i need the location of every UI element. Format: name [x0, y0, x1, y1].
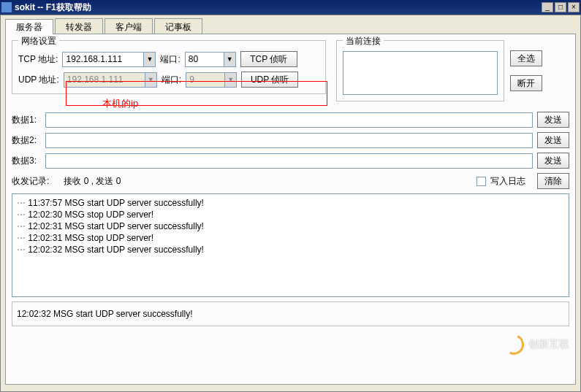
tab-forwarder[interactable]: 转发器: [55, 18, 103, 34]
group-network: 网络设置 TCP 地址: 192.168.1.111 ▼ 端口: 80 ▼ TC…: [12, 40, 326, 94]
log-line: ⋯ 11:37:57 MSG start UDP server successf…: [17, 197, 564, 209]
udp-addr-value: 192.168.1.111: [64, 74, 145, 85]
tcp-port-combo[interactable]: 80 ▼: [185, 52, 236, 67]
select-all-button[interactable]: 全选: [510, 50, 542, 66]
tcp-addr-label: TCP 地址:: [18, 53, 58, 66]
log-line: ⋯ 12:02:31 MSG start UDP server successf…: [17, 220, 564, 232]
close-button[interactable]: ×: [568, 2, 580, 12]
watermark-icon: [501, 331, 527, 358]
log-line: ⋯ 12:02:32 MSG start UDP server successf…: [17, 244, 564, 255]
connections-list[interactable]: [343, 51, 498, 95]
tcp-listen-button[interactable]: TCP 侦听: [240, 51, 297, 67]
udp-addr-label: UDP 地址:: [18, 74, 59, 86]
watermark-text: 创新互联: [528, 338, 569, 351]
tcp-port-label: 端口:: [160, 53, 180, 66]
group-connections: 当前连接: [336, 40, 504, 101]
send2-button[interactable]: 发送: [537, 132, 569, 148]
tab-label: 转发器: [66, 22, 92, 32]
chevron-down-icon: ▼: [224, 73, 236, 87]
group-connections-title: 当前连接: [343, 35, 384, 47]
minimize-button[interactable]: _: [542, 2, 553, 12]
tcp-port-value: 80: [186, 54, 224, 64]
group-network-title: 网络设置: [18, 35, 59, 47]
log-line: ⋯ 12:02:30 MSG stop UDP server!: [17, 209, 564, 220]
data2-input[interactable]: [45, 133, 533, 148]
maximize-button[interactable]: □: [555, 2, 566, 12]
udp-addr-combo[interactable]: 192.168.1.111 ▼: [64, 72, 157, 88]
tcp-addr-value: 192.168.1.111: [63, 54, 143, 64]
clear-button[interactable]: 清除: [537, 173, 569, 189]
log-line: ⋯ 12:02:31 MSG stop UDP server!: [17, 232, 564, 244]
write-log-label: 写入日志: [490, 175, 525, 188]
tab-label: 服务器: [16, 22, 42, 32]
write-log-checkbox[interactable]: [476, 177, 486, 186]
tab-page-server: 网络设置 TCP 地址: 192.168.1.111 ▼ 端口: 80 ▼ TC…: [5, 34, 576, 385]
udp-port-label: 端口:: [162, 74, 181, 86]
chevron-down-icon: ▼: [145, 73, 156, 87]
disconnect-button[interactable]: 断开: [510, 75, 542, 91]
tab-label: 客户端: [115, 22, 142, 32]
udp-port-combo[interactable]: 9 ▼: [186, 72, 237, 88]
stats-text: 接收 0 , 发送 0: [64, 175, 121, 188]
send1-button[interactable]: 发送: [537, 112, 569, 128]
chevron-down-icon: ▼: [224, 53, 235, 66]
tcp-addr-combo[interactable]: 192.168.1.111 ▼: [62, 52, 156, 67]
stats-label: 收发记录:: [12, 175, 49, 188]
tab-server[interactable]: 服务器: [5, 19, 53, 34]
status-text: 12:02:32 MSG start UDP server successful…: [17, 309, 193, 319]
window-title: sokit -- F1获取帮助: [15, 1, 540, 14]
main-panel: 服务器 转发器 客户端 记事板 网络设置 TCP 地址: 192.168.1.1…: [0, 15, 581, 392]
data2-label: 数据2:: [12, 134, 41, 147]
data3-label: 数据3:: [12, 155, 41, 167]
tab-strip: 服务器 转发器 客户端 记事板: [5, 18, 576, 34]
status-bar: 12:02:32 MSG start UDP server successful…: [12, 301, 569, 326]
data1-label: 数据1:: [12, 114, 41, 126]
udp-listen-button[interactable]: UDP 侦听: [241, 72, 298, 88]
tab-notepad[interactable]: 记事板: [154, 18, 202, 34]
title-bar: sokit -- F1获取帮助 _ □ ×: [0, 0, 581, 15]
data1-input[interactable]: [45, 112, 533, 128]
watermark: 创新互联: [504, 334, 569, 355]
chevron-down-icon: ▼: [143, 53, 155, 66]
tab-client[interactable]: 客户端: [105, 18, 153, 34]
tab-label: 记事板: [165, 22, 191, 32]
app-icon: [1, 2, 12, 12]
data3-input[interactable]: [45, 153, 533, 169]
log-list[interactable]: ⋯ 11:37:57 MSG start UDP server successf…: [12, 193, 569, 297]
send3-button[interactable]: 发送: [537, 153, 569, 169]
udp-port-value: 9: [186, 74, 224, 85]
